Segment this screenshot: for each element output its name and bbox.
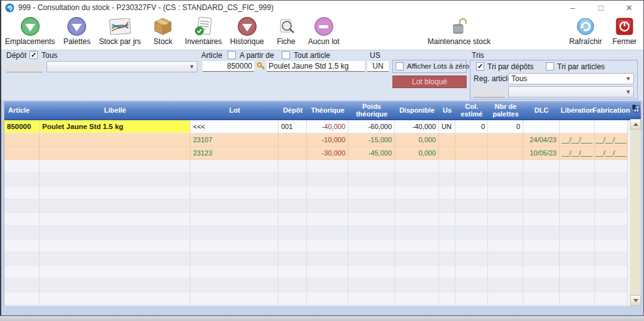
- table-cell: [560, 173, 595, 186]
- lot-bloque-button[interactable]: Lot bloqué: [392, 76, 467, 88]
- table-cell: [279, 239, 307, 252]
- table-cell: [191, 266, 279, 279]
- col-header-poids-th-orique[interactable]: Poids théorique: [348, 101, 395, 119]
- empty-row[interactable]: [4, 213, 630, 226]
- stock-button[interactable]: Stock: [149, 16, 177, 46]
- empty-row[interactable]: [4, 173, 630, 186]
- table-cell: [307, 239, 348, 252]
- empty-row[interactable]: [4, 279, 630, 292]
- col-header-us[interactable]: Us: [439, 101, 455, 119]
- col-header-article[interactable]: Article: [4, 101, 40, 119]
- table-cell: [307, 279, 348, 292]
- empty-row[interactable]: [4, 266, 630, 279]
- col-header-d-p-t[interactable]: Dépôt: [279, 101, 307, 119]
- table-row-1[interactable]: 23107-10,000-15,0000,00024/04/23__/__/__…: [4, 133, 630, 147]
- afficher-lots-checkbox[interactable]: [396, 62, 404, 70]
- table-cell: <<<: [191, 120, 279, 133]
- maximize-button[interactable]: □: [587, 1, 615, 14]
- tri-articles-checkbox[interactable]: [546, 62, 554, 70]
- empty-row[interactable]: [4, 252, 630, 266]
- col-header-dlc[interactable]: DLC: [523, 101, 560, 119]
- table-cell: [455, 266, 488, 279]
- maintenance-stock-button[interactable]: Maintenance stock: [428, 16, 491, 46]
- depot-combo[interactable]: ▼: [47, 61, 197, 72]
- table-cell: [439, 279, 455, 292]
- table-cell: [455, 252, 488, 266]
- table-cell: [279, 213, 307, 226]
- close-window-button[interactable]: ✕: [615, 1, 643, 14]
- table-cell: __/__/___: [595, 147, 628, 160]
- minimize-button[interactable]: –: [558, 1, 587, 14]
- table-row-0[interactable]: 850000Poulet Jaune Std 1.5 kg<<<001-40,0…: [4, 120, 630, 133]
- table-cell: [488, 147, 523, 160]
- empty-row[interactable]: [4, 160, 630, 173]
- table-cell: [348, 200, 395, 213]
- article-name-field[interactable]: Poulet Jaune Std 1.5 kg: [267, 61, 365, 72]
- filter-panel: Dépôt ✓ Tous ▼ Article A partir de Tout …: [1, 50, 643, 100]
- article-code-field[interactable]: 850000: [203, 61, 254, 72]
- table-cell: [455, 292, 488, 305]
- table-cell: [488, 200, 523, 213]
- secondary-combo[interactable]: ▼: [508, 86, 634, 98]
- table-cell: [40, 239, 191, 252]
- table-cell: [523, 252, 560, 266]
- key-icon[interactable]: [257, 62, 265, 72]
- blue-circle-down-icon: [67, 16, 86, 37]
- tri-depots-checkbox[interactable]: ✓: [476, 62, 484, 70]
- col-header-col-estim[interactable]: Col. estimé: [455, 101, 488, 119]
- scroll-up-button[interactable]: [630, 119, 641, 130]
- empty-row[interactable]: [4, 200, 630, 213]
- table-cell: [595, 279, 628, 292]
- reg-article-combo[interactable]: Tous ▼: [508, 73, 634, 84]
- table-cell: [279, 186, 307, 200]
- titlebar: 999 - Consultation du stock - P230327FV …: [1, 1, 643, 14]
- col-header-disponible[interactable]: Disponible: [395, 101, 439, 119]
- empty-row[interactable]: [4, 226, 630, 239]
- scrollbar-track[interactable]: [630, 130, 641, 295]
- table-cell: [439, 239, 455, 252]
- table-cell: Poulet Jaune Std 1.5 kg: [40, 120, 191, 133]
- col-header-lot[interactable]: Lot: [191, 101, 279, 119]
- empty-row[interactable]: [4, 292, 630, 305]
- tout-article-checkbox[interactable]: [282, 51, 290, 59]
- red-circle-down-icon: [238, 16, 257, 37]
- us-field[interactable]: UN: [367, 61, 389, 72]
- palettes-button[interactable]: Palettes: [63, 16, 91, 46]
- table-cell: [455, 147, 488, 160]
- inventaires-button[interactable]: Inventaires: [185, 16, 222, 46]
- scroll-down-button[interactable]: [630, 295, 641, 306]
- grid-export-icon[interactable]: [632, 104, 640, 115]
- table-row-2[interactable]: 23123-30,000-45,0000,00010/05/23__/__/__…: [4, 147, 630, 160]
- aucun-lot-button[interactable]: Aucun lot: [308, 16, 340, 46]
- toolbar-button-label: Palettes: [64, 37, 91, 46]
- col-header-libell[interactable]: Libellé: [40, 101, 191, 119]
- app-icon: [5, 3, 14, 13]
- col-header-th-orique[interactable]: Théorique: [307, 101, 348, 119]
- depot-code-field[interactable]: [6, 62, 43, 72]
- stock-par-jrs-button[interactable]: Stock par jrs: [99, 16, 141, 46]
- empty-row[interactable]: [4, 186, 630, 200]
- table-cell: [488, 252, 523, 266]
- toolbar-left: EmplacementsPalettesStock par jrsStockIn…: [5, 16, 340, 46]
- reg-article-code-field[interactable]: [474, 87, 505, 98]
- triangle-up-icon: [633, 123, 638, 126]
- a-partir-de-checkbox[interactable]: [228, 51, 236, 59]
- table-cell: [279, 252, 307, 266]
- table-cell: [395, 226, 439, 239]
- rafra-chir-button[interactable]: Rafraîchir: [569, 16, 602, 46]
- tous-checkbox[interactable]: ✓: [30, 51, 38, 59]
- table-cell: [523, 292, 560, 305]
- col-header-lib-ration[interactable]: Libération: [560, 101, 595, 119]
- table-cell: [348, 226, 395, 239]
- empty-row[interactable]: [4, 239, 630, 252]
- window-footer: [4, 306, 641, 313]
- table-cell: [40, 133, 191, 147]
- emplacements-button[interactable]: Emplacements: [5, 16, 55, 46]
- fiche-button[interactable]: Fiche: [272, 16, 300, 46]
- fermer-button[interactable]: Fermer: [611, 16, 638, 46]
- col-header-fabrication[interactable]: Fabrication: [595, 101, 628, 119]
- table-cell: [455, 279, 488, 292]
- col-header-nbr-de-palettes[interactable]: Nbr de palettes: [488, 101, 523, 119]
- table-cell: __/__/___: [560, 147, 595, 160]
- historique-button[interactable]: Historique: [230, 16, 264, 46]
